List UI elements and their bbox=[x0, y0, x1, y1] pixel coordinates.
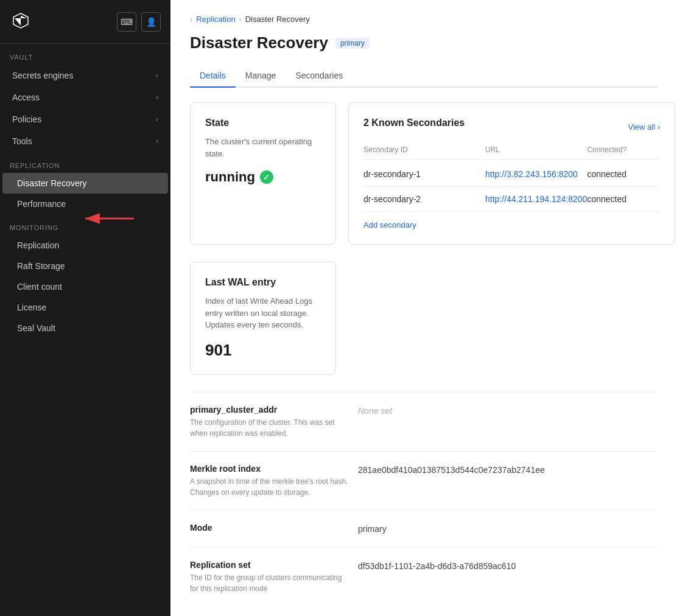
sidebar-item-license[interactable]: License bbox=[2, 297, 168, 318]
chevron-icon: › bbox=[156, 71, 158, 80]
secondaries-title: 2 Known Secondaries bbox=[363, 117, 465, 128]
sidebar-item-client-count[interactable]: Client count bbox=[2, 276, 168, 297]
breadcrumb: ‹ Replication ‹ Disaster Recovery bbox=[190, 15, 658, 24]
detail-primary-cluster-addr: primary_cluster_addr The configuration o… bbox=[190, 392, 658, 451]
cards-row: State The cluster's current operating st… bbox=[190, 102, 658, 245]
checkmark-icon: ✓ bbox=[263, 173, 270, 182]
breadcrumb-current: Disaster Recovery bbox=[245, 15, 310, 24]
monitoring-section-label: Monitoring bbox=[0, 214, 170, 235]
tab-details[interactable]: Details bbox=[190, 65, 236, 88]
sidebar-item-performance[interactable]: Performance bbox=[2, 194, 168, 214]
secondary-id-1: dr-secondary-1 bbox=[363, 169, 485, 179]
detail-value-primary-cluster-addr: None set bbox=[358, 405, 658, 416]
state-value: running ✓ bbox=[205, 169, 321, 185]
chevron-icon: › bbox=[156, 115, 158, 124]
detail-value-merkle-root-index: 281ae0bdf410a01387513d544c0e7237ab2741ee bbox=[358, 464, 658, 475]
add-secondary-link[interactable]: Add secondary bbox=[363, 220, 416, 229]
detail-sublabel-primary-cluster-addr: The configuration of the cluster. This w… bbox=[190, 417, 348, 439]
secondary-url-link-1[interactable]: http://3.82.243.156:8200 bbox=[485, 169, 578, 179]
replication-section-label: Replication bbox=[0, 152, 170, 173]
breadcrumb-separator: ‹ bbox=[239, 15, 242, 24]
user-button[interactable]: 👤 bbox=[141, 12, 161, 32]
breadcrumb-replication-link[interactable]: Replication bbox=[196, 15, 235, 24]
sidebar-item-secrets-engines[interactable]: Secrets engines › bbox=[2, 65, 168, 86]
page-title: Disaster Recovery bbox=[190, 33, 328, 52]
detail-replication-set: Replication set The ID for the group of … bbox=[190, 547, 658, 606]
secondary-id-2: dr-secondary-2 bbox=[363, 194, 485, 204]
secondary-url-2: http://44.211.194.124:8200 bbox=[485, 194, 587, 204]
detail-value-replication-set: df53db1f-1101-2a4b-d6d3-a76d859ac610 bbox=[358, 560, 658, 571]
status-icon-green: ✓ bbox=[260, 170, 273, 184]
sidebar-item-seal-vault[interactable]: Seal Vault bbox=[2, 318, 168, 338]
secondaries-header: 2 Known Secondaries View all › bbox=[363, 117, 660, 136]
detail-label-merkle-root-index: Merkle root index bbox=[190, 464, 348, 474]
col-secondary-id: Secondary ID bbox=[363, 145, 485, 154]
col-url: URL bbox=[485, 145, 587, 154]
table-row: dr-secondary-2 http://44.211.194.124:820… bbox=[363, 187, 660, 212]
sidebar-item-raft-storage[interactable]: Raft Storage bbox=[2, 256, 168, 276]
sidebar: ⌨ 👤 Vault Secrets engines › Access › Pol… bbox=[0, 0, 170, 616]
tab-secondaries[interactable]: Secondaries bbox=[286, 65, 353, 88]
page-title-row: Disaster Recovery primary bbox=[190, 33, 658, 52]
secondary-connected-2: connected bbox=[587, 194, 660, 204]
table-header: Secondary ID URL Connected? bbox=[363, 145, 660, 159]
secondary-url-1: http://3.82.243.156:8200 bbox=[485, 169, 587, 179]
vault-logo bbox=[10, 10, 32, 33]
user-icon: 👤 bbox=[146, 17, 156, 27]
sidebar-item-disaster-recovery[interactable]: Disaster Recovery bbox=[2, 173, 168, 194]
chevron-icon: › bbox=[156, 93, 158, 102]
state-card: State The cluster's current operating st… bbox=[190, 102, 336, 245]
primary-badge: primary bbox=[335, 38, 370, 49]
tab-manage[interactable]: Manage bbox=[236, 65, 286, 88]
sidebar-header: ⌨ 👤 bbox=[0, 0, 170, 44]
detail-sublabel-replication-set: The ID for the group of clusters communi… bbox=[190, 572, 348, 594]
vault-section-label: Vault bbox=[0, 44, 170, 65]
wal-card-description: Index of last Write Ahead Logs entry wri… bbox=[205, 295, 321, 331]
detail-label-mode: Mode bbox=[190, 523, 348, 533]
sidebar-item-replication[interactable]: Replication bbox=[2, 235, 168, 256]
chevron-right-icon: › bbox=[658, 122, 660, 131]
terminal-button[interactable]: ⌨ bbox=[117, 12, 136, 32]
tabs: Details Manage Secondaries bbox=[190, 65, 658, 88]
sidebar-item-policies[interactable]: Policies › bbox=[2, 108, 168, 130]
chevron-icon: › bbox=[156, 137, 158, 145]
view-all-link[interactable]: View all › bbox=[628, 122, 660, 131]
breadcrumb-chevron-icon: ‹ bbox=[190, 15, 192, 24]
detail-label-primary-cluster-addr: primary_cluster_addr bbox=[190, 405, 348, 415]
sidebar-item-tools[interactable]: Tools › bbox=[2, 130, 168, 152]
detail-sublabel-merkle-root-index: A snapshot in time of the merkle tree's … bbox=[190, 476, 348, 498]
detail-value-mode: primary bbox=[358, 523, 658, 534]
state-card-title: State bbox=[205, 117, 321, 128]
state-text: running bbox=[205, 169, 255, 185]
table-row: dr-secondary-1 http://3.82.243.156:8200 … bbox=[363, 162, 660, 187]
col-connected: Connected? bbox=[587, 145, 660, 154]
detail-merkle-root-index: Merkle root index A snapshot in time of … bbox=[190, 451, 658, 510]
sidebar-item-access[interactable]: Access › bbox=[2, 86, 168, 108]
main-content: ‹ Replication ‹ Disaster Recovery Disast… bbox=[170, 0, 677, 616]
secondaries-card: 2 Known Secondaries View all › Secondary… bbox=[348, 102, 675, 245]
state-card-description: The cluster's current operating state. bbox=[205, 136, 321, 159]
terminal-icon: ⌨ bbox=[121, 17, 133, 27]
wal-value: 901 bbox=[205, 341, 321, 360]
wal-card-title: Last WAL entry bbox=[205, 277, 321, 288]
detail-label-replication-set: Replication set bbox=[190, 560, 348, 570]
secondary-connected-1: connected bbox=[587, 169, 660, 179]
wal-card: Last WAL entry Index of last Write Ahead… bbox=[190, 262, 336, 375]
detail-mode: Mode primary bbox=[190, 510, 658, 547]
secondary-url-link-2[interactable]: http://44.211.194.124:8200 bbox=[485, 194, 587, 204]
sidebar-header-icons: ⌨ 👤 bbox=[117, 12, 161, 32]
